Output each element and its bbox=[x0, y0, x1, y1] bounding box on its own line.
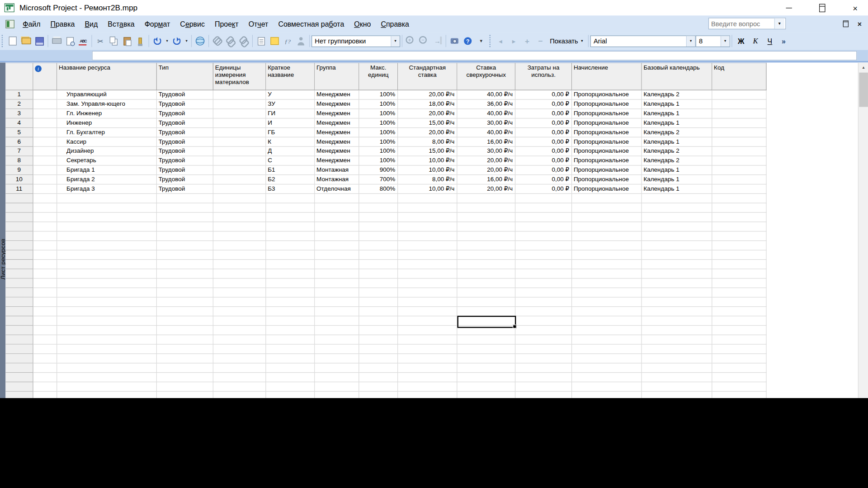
cell-type[interactable]: Трудовой bbox=[157, 156, 213, 166]
font-name-combo[interactable]: Arial▼ bbox=[590, 35, 696, 47]
cell-std_rate[interactable]: 10,00 ₽/ч bbox=[398, 166, 457, 175]
redo-icon[interactable] bbox=[170, 34, 183, 47]
empty-cell[interactable] bbox=[572, 307, 642, 316]
redo-dropdown-icon[interactable]: ▼ bbox=[184, 34, 189, 47]
empty-cell[interactable] bbox=[33, 203, 57, 213]
empty-cell[interactable] bbox=[572, 279, 642, 288]
empty-cell[interactable] bbox=[712, 345, 766, 354]
empty-cell[interactable] bbox=[5, 373, 33, 382]
empty-cell[interactable] bbox=[213, 260, 266, 269]
empty-cell[interactable] bbox=[157, 222, 213, 232]
empty-cell[interactable] bbox=[572, 194, 642, 203]
empty-cell[interactable] bbox=[642, 260, 712, 269]
cell-std_rate[interactable]: 20,00 ₽/ч bbox=[398, 109, 457, 119]
cell-cost_per_use[interactable]: 0,00 ₽ bbox=[515, 147, 572, 156]
empty-cell[interactable] bbox=[315, 316, 359, 326]
cell-std_rate[interactable]: 15,00 ₽/ч bbox=[398, 118, 457, 128]
empty-cell[interactable] bbox=[57, 326, 157, 335]
cell-short_name[interactable]: ГИ bbox=[266, 109, 315, 119]
menu-item-10[interactable]: Справка bbox=[376, 18, 414, 30]
empty-cell[interactable] bbox=[457, 203, 515, 213]
undo-icon[interactable] bbox=[151, 34, 164, 47]
empty-cell[interactable] bbox=[33, 297, 57, 307]
empty-cell[interactable] bbox=[359, 222, 398, 232]
selected-cell[interactable] bbox=[457, 316, 516, 328]
empty-cell[interactable] bbox=[359, 260, 398, 269]
empty-cell[interactable] bbox=[315, 392, 359, 398]
empty-cell[interactable] bbox=[457, 250, 515, 260]
menu-item-9[interactable]: Окно bbox=[349, 18, 376, 30]
empty-cell[interactable] bbox=[359, 392, 398, 398]
column-header-cost-per-use[interactable]: Затраты на использ. bbox=[515, 63, 572, 90]
empty-cell[interactable] bbox=[5, 269, 33, 279]
empty-cell[interactable] bbox=[266, 288, 315, 298]
empty-cell[interactable] bbox=[57, 335, 157, 345]
cell-id[interactable]: 2 bbox=[5, 100, 33, 109]
empty-cell[interactable] bbox=[457, 260, 515, 269]
cell-group[interactable]: Менеджмен bbox=[315, 100, 359, 109]
empty-cell[interactable] bbox=[33, 222, 57, 232]
empty-cell[interactable] bbox=[457, 222, 515, 232]
empty-cell[interactable] bbox=[359, 382, 398, 392]
empty-cell[interactable] bbox=[515, 373, 572, 382]
assign-resources-icon[interactable] bbox=[281, 34, 294, 47]
cell-ovt_rate[interactable]: 30,00 ₽/ч bbox=[457, 118, 515, 128]
cell-short_name[interactable]: И bbox=[266, 118, 315, 128]
empty-cell[interactable] bbox=[642, 297, 712, 307]
empty-cell[interactable] bbox=[642, 392, 712, 398]
empty-cell[interactable] bbox=[315, 260, 359, 269]
empty-cell[interactable] bbox=[642, 307, 712, 316]
empty-cell[interactable] bbox=[315, 213, 359, 222]
cell-name[interactable]: Бригада 1 bbox=[57, 166, 157, 175]
cell-base_calendar[interactable]: Календарь 2 bbox=[642, 128, 712, 137]
cell-base_calendar[interactable]: Календарь 2 bbox=[642, 90, 712, 100]
cell-code[interactable] bbox=[712, 90, 766, 100]
empty-cell[interactable] bbox=[712, 250, 766, 260]
empty-cell[interactable] bbox=[33, 392, 57, 398]
cell-material_units[interactable] bbox=[213, 184, 266, 194]
empty-cell[interactable] bbox=[359, 279, 398, 288]
empty-cell[interactable] bbox=[33, 269, 57, 279]
empty-cell[interactable] bbox=[457, 307, 515, 316]
empty-cell[interactable] bbox=[266, 345, 315, 354]
empty-cell[interactable] bbox=[457, 392, 515, 398]
minimize-button[interactable] bbox=[776, 0, 801, 15]
empty-cell[interactable] bbox=[266, 222, 315, 232]
empty-cell[interactable] bbox=[712, 231, 766, 241]
empty-cell[interactable] bbox=[457, 297, 515, 307]
empty-cell[interactable] bbox=[515, 222, 572, 232]
cell-short_name[interactable]: ЗУ bbox=[266, 100, 315, 109]
save-icon[interactable] bbox=[33, 34, 46, 47]
empty-cell[interactable] bbox=[515, 392, 572, 398]
empty-cell[interactable] bbox=[157, 269, 213, 279]
empty-cell[interactable] bbox=[315, 203, 359, 213]
empty-cell[interactable] bbox=[712, 363, 766, 373]
empty-cell[interactable] bbox=[33, 279, 57, 288]
cell-indicator[interactable] bbox=[33, 109, 57, 119]
empty-cell[interactable] bbox=[359, 326, 398, 335]
empty-cell[interactable] bbox=[515, 203, 572, 213]
cell-std_rate[interactable]: 10,00 ₽/ч bbox=[398, 184, 457, 194]
empty-cell[interactable] bbox=[57, 392, 157, 398]
empty-cell[interactable] bbox=[33, 316, 57, 326]
restore-button[interactable] bbox=[809, 0, 835, 15]
cell-short_name[interactable]: Д bbox=[266, 147, 315, 156]
menu-item-4[interactable]: Формат bbox=[140, 18, 175, 30]
empty-cell[interactable] bbox=[515, 345, 572, 354]
empty-cell[interactable] bbox=[572, 373, 642, 382]
font-size-combo[interactable]: 8▼ bbox=[696, 35, 730, 47]
empty-cell[interactable] bbox=[157, 373, 213, 382]
empty-cell[interactable] bbox=[359, 373, 398, 382]
question-input[interactable] bbox=[709, 19, 774, 28]
cell-cost_per_use[interactable]: 0,00 ₽ bbox=[515, 118, 572, 128]
cell-code[interactable] bbox=[712, 128, 766, 137]
empty-cell[interactable] bbox=[57, 231, 157, 241]
empty-cell[interactable] bbox=[359, 288, 398, 298]
cell-accrue[interactable]: Пропорциональное bbox=[572, 166, 642, 175]
empty-cell[interactable] bbox=[398, 345, 457, 354]
empty-cell[interactable] bbox=[5, 363, 33, 373]
empty-cell[interactable] bbox=[457, 382, 515, 392]
empty-cell[interactable] bbox=[642, 345, 712, 354]
undo-dropdown-icon[interactable]: ▼ bbox=[164, 34, 170, 47]
cell-cost_per_use[interactable]: 0,00 ₽ bbox=[515, 166, 572, 175]
